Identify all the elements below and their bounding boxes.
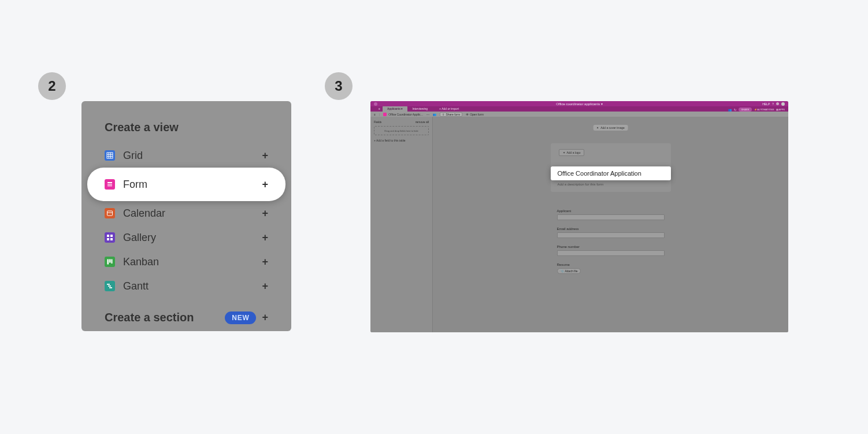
table-tabbar: ≡ Applicants ▾ Interviewing + Add or imp… bbox=[370, 106, 788, 112]
help-link[interactable]: HELP bbox=[762, 102, 770, 106]
calendar-icon bbox=[105, 208, 115, 218]
form-field-applicant[interactable]: Applicant bbox=[557, 209, 665, 220]
form-title-input[interactable]: Office Coordinator Application bbox=[551, 166, 671, 180]
svg-rect-13 bbox=[110, 238, 113, 240]
field-label: Email address bbox=[557, 227, 665, 231]
tab-interviewing[interactable]: Interviewing bbox=[407, 106, 432, 112]
base-title[interactable]: Office coordinator applicants ▾ bbox=[556, 102, 603, 106]
view-option-label: Gantt bbox=[123, 280, 254, 292]
plus-icon[interactable]: + bbox=[262, 232, 268, 244]
view-menu-dots-icon[interactable]: ⋯ bbox=[426, 113, 429, 116]
collaborators-icon[interactable]: 👥 bbox=[433, 113, 436, 116]
open-form-button[interactable]: 👁 Open form bbox=[466, 113, 484, 116]
form-canvas: ✦ Add a cover image ✦ Add a logo Office … bbox=[433, 117, 788, 332]
text-input[interactable] bbox=[557, 232, 665, 238]
chevron-down-icon[interactable]: ▾ bbox=[601, 102, 603, 106]
form-builder-screenshot: Office coordinator applicants ▾ HELP ? ≡… bbox=[370, 101, 788, 332]
attach-file-button[interactable]: 📎 Attach file bbox=[557, 268, 581, 274]
kanban-icon bbox=[105, 257, 115, 267]
view-option-form[interactable]: Form + bbox=[87, 168, 285, 201]
views-sidebar-toggle-icon[interactable]: ≡ bbox=[376, 106, 383, 112]
people-icon[interactable]: 👥 bbox=[728, 108, 732, 112]
view-option-label: Form bbox=[123, 179, 254, 191]
svg-rect-19 bbox=[109, 287, 112, 288]
view-option-label: Gallery bbox=[123, 232, 254, 244]
create-view-panel: Create a view Grid + Form + Calendar + G… bbox=[81, 101, 291, 331]
add-logo-button[interactable]: ✦ Add a logo bbox=[559, 149, 585, 156]
view-switcher[interactable]: Office Coordinator Applic… bbox=[383, 113, 423, 116]
eye-icon: 👁 bbox=[466, 113, 469, 116]
chevron-down-icon[interactable]: ▾ bbox=[401, 107, 403, 110]
svg-rect-0 bbox=[107, 153, 113, 158]
create-section-row[interactable]: Create a section NEW + bbox=[81, 311, 291, 324]
app-logo-icon[interactable] bbox=[374, 102, 377, 106]
add-field-button[interactable]: + Add a field to this table bbox=[374, 139, 429, 142]
fields-heading: Fields bbox=[374, 120, 381, 124]
tab-applicants[interactable]: Applicants ▾ bbox=[383, 106, 407, 112]
plus-icon[interactable]: + bbox=[262, 311, 268, 324]
text-input[interactable] bbox=[557, 250, 665, 256]
notification-icon[interactable] bbox=[776, 102, 779, 105]
share-icon: ⇪ bbox=[442, 113, 444, 116]
view-option-label: Grid bbox=[123, 150, 254, 162]
gantt-icon bbox=[105, 281, 115, 291]
create-view-heading: Create a view bbox=[81, 121, 291, 143]
grid-icon bbox=[105, 150, 115, 161]
form-icon bbox=[383, 113, 387, 116]
avatar-icon[interactable] bbox=[781, 102, 785, 106]
form-description-input[interactable]: Add a description for this form bbox=[551, 180, 671, 192]
view-option-grid[interactable]: Grid + bbox=[81, 143, 291, 168]
share-form-button[interactable]: ⇪ Share form bbox=[440, 112, 462, 117]
svg-rect-10 bbox=[107, 235, 109, 237]
image-icon: ✦ bbox=[596, 126, 599, 129]
paperclip-icon: 📎 bbox=[561, 269, 564, 273]
form-field-email[interactable]: Email address bbox=[557, 227, 665, 238]
form-field-resume[interactable]: Resume 📎 Attach file bbox=[557, 263, 665, 274]
automations-button[interactable]: ⚡AUTOMATIONS bbox=[754, 108, 774, 111]
views-sidebar-toggle-icon[interactable]: ≡ bbox=[374, 113, 376, 116]
svg-rect-17 bbox=[107, 284, 110, 285]
share-base-button[interactable]: SHARE bbox=[739, 107, 752, 112]
gallery-icon bbox=[105, 232, 115, 243]
remove-all-link[interactable]: remove all bbox=[416, 120, 429, 124]
step-badge-3: 3 bbox=[325, 72, 353, 100]
svg-rect-16 bbox=[112, 259, 113, 264]
text-input[interactable] bbox=[557, 214, 665, 220]
view-option-gallery[interactable]: Gallery + bbox=[81, 225, 291, 250]
view-toolbar: ≡ | Office Coordinator Applic… ⋯ 👥 ⇪ Sha… bbox=[370, 112, 788, 117]
plus-icon[interactable]: + bbox=[262, 150, 268, 162]
help-icon[interactable]: ? bbox=[772, 102, 774, 106]
form-fields-list: Applicant Email address Phone number Res… bbox=[557, 209, 665, 281]
history-icon[interactable]: ↻ bbox=[734, 108, 736, 112]
view-option-calendar[interactable]: Calendar + bbox=[81, 201, 291, 225]
form-field-phone[interactable]: Phone number bbox=[557, 245, 665, 256]
plus-icon: + bbox=[439, 107, 441, 110]
tab-add-or-import[interactable]: + Add or import bbox=[436, 106, 462, 112]
form-header-card: ✦ Add a logo Office Coordinator Applicat… bbox=[551, 143, 671, 192]
base-right-controls: 👥 ↻ SHARE ⚡AUTOMATIONS ▦APPS bbox=[728, 107, 788, 112]
svg-rect-11 bbox=[110, 235, 113, 237]
image-icon: ✦ bbox=[563, 151, 565, 154]
add-cover-image-button[interactable]: ✦ Add a cover image bbox=[593, 125, 628, 131]
fields-side-panel: Fields remove all Drag and drop fields h… bbox=[370, 117, 433, 332]
view-option-kanban[interactable]: Kanban + bbox=[81, 250, 291, 274]
plus-icon[interactable]: + bbox=[262, 256, 268, 268]
field-label: Resume bbox=[557, 263, 665, 266]
plus-icon[interactable]: + bbox=[262, 207, 268, 220]
plus-icon[interactable]: + bbox=[262, 280, 268, 292]
create-section-label: Create a section bbox=[105, 311, 219, 324]
plus-icon[interactable]: + bbox=[262, 179, 268, 191]
svg-rect-18 bbox=[108, 285, 111, 287]
view-option-label: Calendar bbox=[123, 207, 254, 220]
view-option-gantt[interactable]: Gantt + bbox=[81, 274, 291, 298]
field-label: Applicant bbox=[557, 209, 665, 213]
apps-button[interactable]: ▦APPS bbox=[776, 108, 785, 111]
field-label: Phone number bbox=[557, 245, 665, 248]
app-titlebar: Office coordinator applicants ▾ HELP ? bbox=[370, 101, 788, 106]
view-option-label: Kanban bbox=[123, 256, 254, 268]
new-badge: NEW bbox=[225, 311, 256, 324]
svg-rect-8 bbox=[107, 211, 113, 216]
hidden-fields-dropzone[interactable]: Drag and drop fields here to hide bbox=[374, 126, 429, 135]
step-badge-2: 2 bbox=[38, 72, 66, 100]
svg-rect-12 bbox=[107, 238, 109, 240]
